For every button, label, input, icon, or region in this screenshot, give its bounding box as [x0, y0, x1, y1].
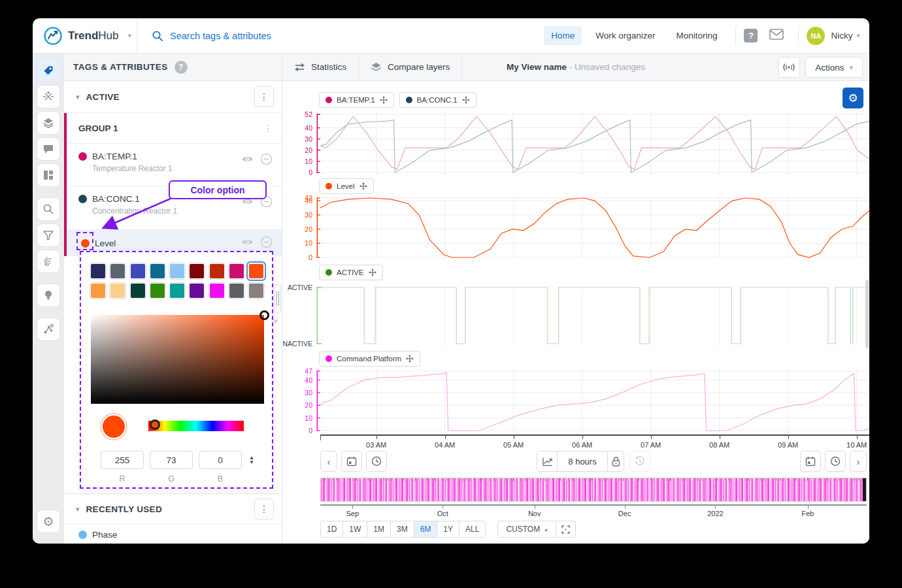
color-swatch[interactable] — [169, 263, 186, 280]
rail-calculations-icon[interactable] — [37, 85, 60, 108]
gradient-handle[interactable] — [259, 310, 269, 320]
value-stepper[interactable]: ▲▼ — [249, 455, 254, 465]
calendar-icon[interactable] — [341, 451, 362, 472]
hue-handle[interactable] — [150, 419, 160, 430]
move-icon[interactable] — [359, 182, 367, 190]
remove-minus-icon[interactable] — [260, 236, 273, 248]
overview-strip[interactable] — [320, 478, 867, 502]
duration-label[interactable]: 8 hours — [557, 451, 608, 472]
green-input[interactable] — [150, 451, 193, 469]
command-platform-plot[interactable] — [316, 369, 869, 433]
series-color-dot[interactable] — [78, 531, 87, 539]
series-color-dot[interactable] — [78, 195, 87, 203]
rail-fingerprint-icon[interactable] — [37, 250, 60, 273]
caret-down-icon[interactable]: ▾ — [76, 505, 80, 514]
color-swatch[interactable] — [228, 282, 245, 299]
color-swatch[interactable] — [188, 263, 205, 280]
tag-row-phase[interactable]: Phase — [64, 524, 282, 544]
rail-context-items-icon[interactable] — [37, 318, 60, 341]
visibility-eye-icon[interactable] — [241, 238, 254, 246]
kebab-menu-icon[interactable]: ⋮ — [263, 123, 273, 133]
pan-left-button[interactable]: ‹ — [320, 451, 337, 472]
move-icon[interactable] — [462, 96, 470, 104]
range-button-1d[interactable]: 1D — [320, 521, 343, 538]
trend-compare-icon[interactable] — [537, 451, 558, 472]
panel-scrollbar-thumb[interactable] — [274, 284, 281, 313]
color-swatch[interactable] — [90, 282, 107, 299]
move-icon[interactable] — [380, 96, 388, 104]
saturation-gradient[interactable] — [91, 315, 264, 404]
rail-tags-icon[interactable] — [37, 59, 60, 82]
tab-compare-layers[interactable]: Compare layers — [359, 54, 462, 80]
nav-home[interactable]: Home — [544, 26, 582, 45]
history-icon[interactable] — [629, 451, 650, 472]
avatar[interactable]: NA — [807, 27, 825, 45]
nav-work-organizer[interactable]: Work organizer — [588, 26, 662, 45]
legend-chip[interactable]: Command Platform — [319, 351, 420, 367]
color-swatch[interactable] — [209, 282, 226, 299]
rail-layers-icon[interactable] — [37, 111, 60, 135]
help-circle-icon[interactable]: ? — [175, 61, 188, 74]
color-swatch[interactable] — [149, 282, 166, 299]
color-swatch[interactable] — [129, 282, 146, 299]
level-plot[interactable] — [316, 196, 869, 259]
help-icon[interactable]: ? — [744, 29, 758, 42]
rail-dashboard-icon[interactable] — [37, 163, 60, 187]
ba-temp-1-ba-conc-1-plot[interactable] — [316, 112, 869, 174]
blue-input[interactable] — [199, 451, 242, 469]
color-swatch[interactable] — [90, 263, 107, 280]
color-swatch[interactable] — [228, 263, 245, 280]
rail-filter-icon[interactable] — [37, 223, 60, 247]
nav-monitoring[interactable]: Monitoring — [669, 26, 724, 45]
clock-icon[interactable] — [366, 451, 387, 472]
tab-statistics[interactable]: Statistics — [282, 54, 359, 80]
close-icon[interactable]: × — [273, 316, 278, 326]
move-icon[interactable] — [406, 355, 414, 363]
legend-chip[interactable]: ACTIVE — [319, 265, 383, 280]
lock-icon[interactable] — [607, 451, 624, 472]
color-swatch[interactable] — [109, 263, 126, 280]
expand-icon[interactable] — [556, 521, 576, 538]
pan-right-button[interactable]: › — [850, 451, 867, 472]
range-button-1w[interactable]: 1W — [342, 521, 367, 538]
group-row[interactable]: GROUP 1 ⋮ — [64, 113, 282, 144]
caret-down-icon[interactable]: ▾ — [856, 31, 860, 40]
active-plot[interactable] — [316, 286, 869, 346]
section-recently-used[interactable]: ▾ RECENTLY USED ⋮ — [64, 494, 282, 524]
series-color-dot[interactable] — [78, 152, 87, 161]
color-swatch[interactable] — [188, 282, 205, 299]
overview-drag-handle[interactable] — [863, 478, 866, 501]
kebab-menu-icon[interactable]: ⋮ — [254, 86, 274, 107]
legend-chip[interactable]: Level — [319, 178, 374, 194]
kebab-menu-icon[interactable]: ⋮ — [254, 498, 274, 519]
visibility-eye-icon[interactable] — [241, 155, 254, 163]
mail-icon[interactable] — [769, 29, 784, 42]
remove-minus-icon[interactable] — [260, 153, 273, 165]
range-button-all[interactable]: ALL — [459, 521, 486, 538]
range-button-1m[interactable]: 1M — [367, 521, 391, 538]
user-name[interactable]: Nicky — [831, 31, 852, 41]
hue-slider[interactable] — [148, 421, 244, 431]
red-input[interactable] — [101, 451, 144, 469]
rail-settings-gear-icon[interactable]: ⚙ — [37, 510, 60, 533]
color-swatch[interactable] — [169, 282, 186, 299]
range-button-6m[interactable]: 6M — [414, 521, 438, 538]
color-swatch[interactable] — [209, 263, 226, 280]
clock-icon[interactable] — [825, 451, 846, 472]
main-scrollbar-thumb[interactable] — [865, 280, 869, 348]
search-input[interactable] — [170, 31, 327, 41]
calendar-icon[interactable] — [800, 451, 821, 472]
caret-down-icon[interactable]: ▾ — [76, 93, 80, 101]
color-swatch[interactable] — [129, 263, 146, 280]
rail-search-icon[interactable] — [37, 197, 60, 221]
caret-down-icon[interactable]: ▾ — [127, 31, 131, 40]
chart-settings-gear-icon[interactable]: ⚙ — [843, 88, 863, 108]
color-swatch[interactable] — [248, 282, 265, 299]
color-swatch[interactable] — [149, 263, 166, 280]
range-button-3m[interactable]: 3M — [390, 521, 414, 538]
color-swatch[interactable] — [109, 282, 126, 299]
range-button-1y[interactable]: 1Y — [437, 521, 459, 538]
logo-block[interactable]: TrendHub ▾ — [33, 18, 137, 53]
actions-button[interactable]: Actions ▾ — [805, 57, 863, 78]
color-swatch[interactable] — [248, 263, 265, 280]
